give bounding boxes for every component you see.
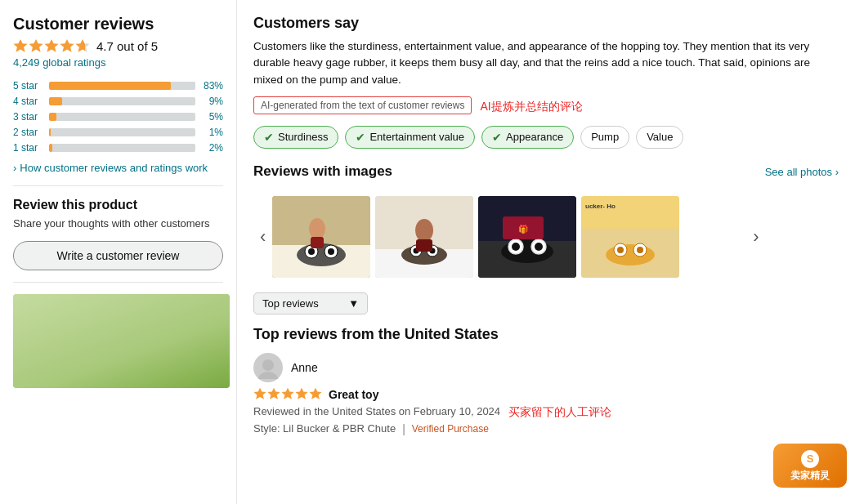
bar-label-2star: 2 star bbox=[13, 127, 44, 138]
customers-say-title: Customers say bbox=[253, 15, 839, 32]
review-image-3-svg: 🎁 bbox=[478, 196, 576, 278]
ai-badge: AI-generated from the text of customer r… bbox=[253, 96, 472, 114]
svg-text:ucker- Ho: ucker- Ho bbox=[585, 203, 616, 210]
customer-reviews-title: Customer reviews bbox=[13, 15, 223, 33]
review-image-1[interactable] bbox=[272, 196, 370, 278]
bar-row-2star[interactable]: 2 star 1% bbox=[13, 127, 223, 138]
top-reviews-from-title: Top reviews from the United States bbox=[253, 326, 839, 343]
ai-row: AI-generated from the text of customer r… bbox=[253, 96, 839, 118]
reviews-images-title: Reviews with images bbox=[253, 163, 392, 180]
svg-point-11 bbox=[328, 248, 334, 255]
seller-widget[interactable]: S 卖家精灵 bbox=[773, 444, 847, 488]
star-4-icon bbox=[60, 38, 74, 53]
svg-marker-44 bbox=[267, 388, 280, 399]
star-1-icon bbox=[13, 38, 28, 53]
write-review-button[interactable]: Write a customer review bbox=[13, 241, 223, 270]
left-panel: Customer reviews bbox=[0, 0, 237, 504]
prev-image-button[interactable]: ‹ bbox=[253, 226, 272, 248]
top-reviews-dropdown[interactable]: Top reviews ▼ bbox=[253, 292, 368, 314]
svg-point-9 bbox=[308, 248, 315, 255]
svg-marker-47 bbox=[309, 388, 321, 399]
bar-row-3star[interactable]: 3 star 5% bbox=[13, 111, 223, 123]
svg-point-36 bbox=[606, 244, 655, 265]
svg-text:🎁: 🎁 bbox=[518, 224, 529, 234]
svg-point-12 bbox=[309, 218, 325, 239]
svg-point-42 bbox=[258, 372, 278, 379]
bar-fill-5star bbox=[49, 82, 171, 90]
dropdown-label: Top reviews bbox=[262, 297, 319, 310]
review-image-2-svg bbox=[375, 196, 473, 278]
bar-track-2star bbox=[49, 128, 195, 136]
dropdown-chevron-icon: ▼ bbox=[348, 297, 359, 310]
images-header: Reviews with images See all photos › bbox=[253, 163, 839, 188]
svg-rect-13 bbox=[311, 237, 324, 248]
ai-label-chinese: AI提炼并总结的评论 bbox=[480, 100, 582, 114]
bar-pct-3star: 5% bbox=[200, 111, 223, 123]
bar-pct-4star: 9% bbox=[200, 96, 223, 107]
review-star-1 bbox=[253, 387, 266, 403]
bar-pct-2star: 1% bbox=[200, 127, 223, 138]
review-title: Great toy bbox=[329, 388, 378, 401]
svg-marker-46 bbox=[295, 388, 307, 399]
bar-track-4star bbox=[49, 97, 195, 105]
divider-2 bbox=[13, 282, 223, 283]
review-images-container: ‹ bbox=[253, 196, 839, 278]
svg-point-41 bbox=[262, 359, 274, 371]
star-5-icon bbox=[75, 38, 90, 53]
tags-row: ✔ Sturdiness ✔ Entertainment value ✔ App… bbox=[253, 126, 839, 149]
thumbnail-image bbox=[13, 294, 230, 388]
see-all-photos-link[interactable]: See all photos › bbox=[765, 166, 839, 178]
bar-fill-4star bbox=[49, 97, 62, 105]
svg-marker-45 bbox=[281, 388, 293, 399]
tag-label-entertainment: Entertainment value bbox=[369, 131, 464, 143]
tag-label-value: Value bbox=[647, 131, 673, 143]
bar-row-1star[interactable]: 1 star 2% bbox=[13, 142, 223, 154]
buyer-label-chinese: 买家留下的人工评论 bbox=[508, 405, 611, 420]
star-rating bbox=[13, 38, 90, 53]
reviewer-row: Anne bbox=[253, 353, 839, 382]
how-reviews-work-link[interactable]: › How customer reviews and ratings work bbox=[13, 162, 223, 174]
review-image-4-svg: ucker- Ho bbox=[581, 196, 679, 278]
check-icon-entertainment: ✔ bbox=[356, 131, 365, 144]
bar-row-5star[interactable]: 5 star 83% bbox=[13, 80, 223, 91]
rating-bars: 5 star 83% 4 star 9% 3 star 5% bbox=[13, 80, 223, 154]
review-image-2[interactable] bbox=[375, 196, 473, 278]
tag-value[interactable]: Value bbox=[636, 126, 683, 149]
svg-point-27 bbox=[512, 243, 520, 251]
chevron-down-icon: › bbox=[13, 162, 16, 174]
bar-fill-1star bbox=[49, 144, 52, 152]
rating-row: 4.7 out of 5 bbox=[13, 38, 223, 53]
review-image-3[interactable]: 🎁 bbox=[478, 196, 576, 278]
review-meta-row: Reviewed in the United States on Februar… bbox=[253, 405, 839, 420]
bar-row-4star[interactable]: 4 star 9% bbox=[13, 96, 223, 107]
tag-sturdiness[interactable]: ✔ Sturdiness bbox=[253, 126, 338, 149]
bar-pct-1star: 2% bbox=[200, 142, 223, 154]
review-star-2 bbox=[267, 387, 280, 403]
check-icon-sturdiness: ✔ bbox=[264, 131, 274, 144]
bar-track-5star bbox=[49, 82, 195, 90]
right-panel: Customers say Customers like the sturdin… bbox=[237, 0, 855, 504]
bar-track-3star bbox=[49, 113, 195, 121]
tag-appearance[interactable]: ✔ Appearance bbox=[481, 126, 574, 149]
seller-widget-text: 卖家精灵 bbox=[790, 470, 830, 481]
review-star-4 bbox=[295, 387, 308, 403]
star-2-icon bbox=[29, 38, 43, 53]
review-image-4[interactable]: ucker- Ho bbox=[581, 196, 679, 278]
svg-marker-0 bbox=[13, 39, 27, 52]
product-thumbnail bbox=[13, 294, 230, 388]
avatar-icon bbox=[257, 356, 280, 379]
tag-entertainment[interactable]: ✔ Entertainment value bbox=[345, 126, 475, 149]
bar-fill-3star bbox=[49, 113, 56, 121]
review-style-row: Style: Lil Bucker & PBR Chute | Verified… bbox=[253, 422, 839, 436]
review-product-sub: Share your thoughts with other customers bbox=[13, 217, 223, 230]
tag-pump[interactable]: Pump bbox=[580, 126, 629, 149]
review-stars-row: Great toy bbox=[253, 387, 839, 403]
review-meta-date: Reviewed in the United States on Februar… bbox=[253, 405, 500, 417]
review-style: Style: Lil Bucker & PBR Chute bbox=[253, 422, 396, 435]
svg-point-40 bbox=[637, 247, 643, 253]
svg-point-29 bbox=[535, 243, 543, 251]
svg-marker-3 bbox=[60, 39, 74, 52]
divider-1 bbox=[13, 185, 223, 186]
next-image-button[interactable]: › bbox=[746, 226, 765, 248]
tag-label-appearance: Appearance bbox=[506, 131, 563, 143]
